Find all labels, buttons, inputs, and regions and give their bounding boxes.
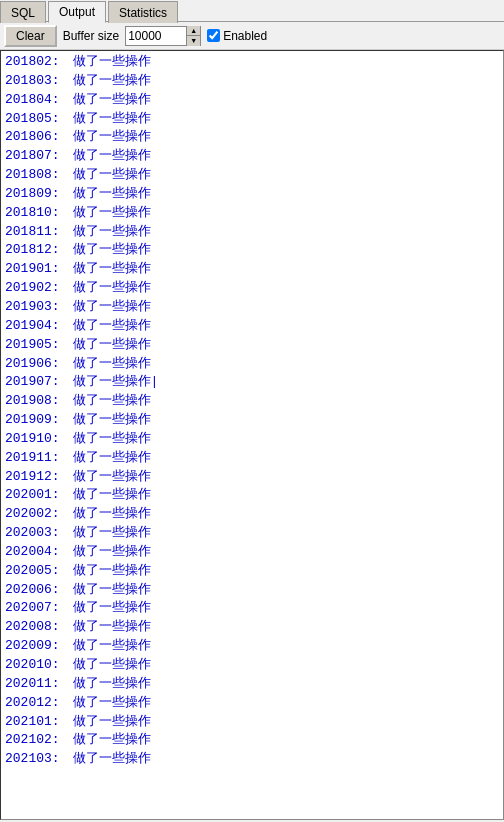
enabled-wrap: Enabled [207,29,267,43]
list-item: 202002: 做了一些操作 [5,505,499,524]
list-item: 201911: 做了一些操作 [5,449,499,468]
list-item: 201810: 做了一些操作 [5,204,499,223]
list-item: 202103: 做了一些操作 [5,750,499,769]
list-item: 201908: 做了一些操作 [5,392,499,411]
clear-button[interactable]: Clear [4,25,57,47]
list-item: 201811: 做了一些操作 [5,223,499,242]
list-item: 201912: 做了一些操作 [5,468,499,487]
list-item: 202011: 做了一些操作 [5,675,499,694]
list-item: 202101: 做了一些操作 [5,713,499,732]
list-item: 201808: 做了一些操作 [5,166,499,185]
buffer-size-input-wrap: ▲ ▼ [125,26,201,46]
list-item: 201907: 做了一些操作| [5,373,499,392]
list-item: 201903: 做了一些操作 [5,298,499,317]
buffer-size-input[interactable] [126,27,186,45]
list-item: 202003: 做了一些操作 [5,524,499,543]
enabled-checkbox[interactable] [207,29,220,42]
list-item: 202102: 做了一些操作 [5,731,499,750]
output-area[interactable]: 201802: 做了一些操作201803: 做了一些操作201804: 做了一些… [0,50,504,820]
list-item: 201904: 做了一些操作 [5,317,499,336]
list-item: 202012: 做了一些操作 [5,694,499,713]
list-item: 202010: 做了一些操作 [5,656,499,675]
list-item: 201905: 做了一些操作 [5,336,499,355]
tab-output[interactable]: Output [48,1,106,23]
spin-up-button[interactable]: ▲ [187,26,200,37]
tab-statistics[interactable]: Statistics [108,1,178,23]
list-item: 201805: 做了一些操作 [5,110,499,129]
tab-sql[interactable]: SQL [0,1,46,23]
list-item: 202008: 做了一些操作 [5,618,499,637]
spin-down-button[interactable]: ▼ [187,36,200,46]
list-item: 202007: 做了一些操作 [5,599,499,618]
list-item: 201804: 做了一些操作 [5,91,499,110]
list-item: 202005: 做了一些操作 [5,562,499,581]
list-item: 201901: 做了一些操作 [5,260,499,279]
list-item: 202009: 做了一些操作 [5,637,499,656]
list-item: 201802: 做了一些操作 [5,53,499,72]
list-item: 201803: 做了一些操作 [5,72,499,91]
list-item: 201906: 做了一些操作 [5,355,499,374]
list-item: 201806: 做了一些操作 [5,128,499,147]
buffer-size-label: Buffer size [63,29,119,43]
list-item: 201809: 做了一些操作 [5,185,499,204]
toolbar: Clear Buffer size ▲ ▼ Enabled [0,22,504,50]
list-item: 202001: 做了一些操作 [5,486,499,505]
list-item: 202006: 做了一些操作 [5,581,499,600]
buffer-size-spinner: ▲ ▼ [186,26,200,46]
list-item: 201910: 做了一些操作 [5,430,499,449]
list-item: 201812: 做了一些操作 [5,241,499,260]
tab-bar: SQL Output Statistics [0,0,504,22]
list-item: 201909: 做了一些操作 [5,411,499,430]
enabled-label[interactable]: Enabled [223,29,267,43]
list-item: 201902: 做了一些操作 [5,279,499,298]
list-item: 202004: 做了一些操作 [5,543,499,562]
list-item: 201807: 做了一些操作 [5,147,499,166]
